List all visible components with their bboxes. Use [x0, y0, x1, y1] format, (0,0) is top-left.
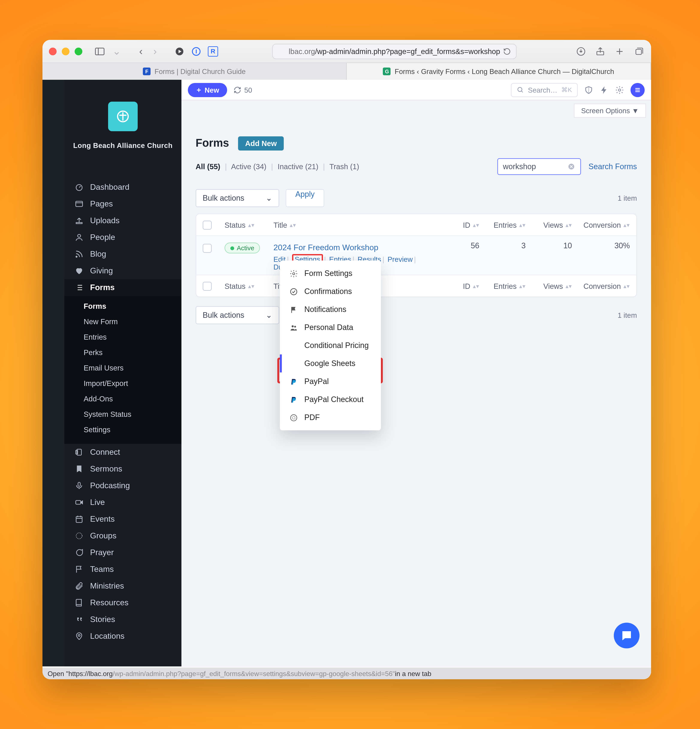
col-views[interactable]: Views▴▾	[532, 221, 578, 229]
sidebar-item-resources[interactable]: Resources	[64, 594, 182, 611]
sidebar-item-dashboard[interactable]: Dashboard	[64, 179, 182, 196]
action-preview[interactable]: Preview	[388, 256, 412, 263]
download-icon[interactable]	[575, 45, 587, 57]
back-button[interactable]: ‹	[135, 45, 147, 57]
browser-toolbar: ⌄ ‹ › R lbac.org/wp-admin/admin.php?page…	[42, 40, 651, 63]
tab-overview-icon[interactable]	[633, 45, 645, 57]
new-button[interactable]: New	[188, 83, 227, 97]
address-bar[interactable]: lbac.org/wp-admin/admin.php?page=gf_edit…	[272, 44, 517, 59]
sidebar-sub-forms[interactable]: Forms	[64, 298, 182, 314]
sidebar-item-stories[interactable]: Stories	[64, 611, 182, 628]
sidebar-item-connect[interactable]: Connect	[64, 444, 182, 460]
settings-menu-pdf[interactable]: PDF	[280, 408, 381, 427]
row-checkbox[interactable]	[203, 244, 212, 253]
col-id[interactable]: ID▴▾	[447, 282, 486, 290]
intercom-launcher[interactable]	[614, 623, 639, 648]
col-conversion[interactable]: Conversion▴▾	[578, 221, 636, 229]
close-icon[interactable]	[49, 47, 57, 55]
col-entries[interactable]: Entries▴▾	[486, 282, 532, 290]
browser-window: ⌄ ‹ › R lbac.org/wp-admin/admin.php?page…	[42, 40, 651, 679]
admin-search[interactable]: Search… ⌘K	[511, 83, 578, 97]
apply-button[interactable]: Apply	[286, 189, 324, 207]
forward-button[interactable]: ›	[149, 45, 161, 57]
col-conversion[interactable]: Conversion▴▾	[578, 282, 636, 290]
col-entries[interactable]: Entries▴▾	[486, 221, 532, 229]
settings-menu-notifications[interactable]: Notifications	[280, 301, 381, 318]
new-tab-icon[interactable]	[614, 45, 625, 57]
sidebar-toggle-icon[interactable]	[94, 45, 106, 57]
extension-r-icon[interactable]: R	[207, 45, 219, 57]
sync-indicator[interactable]: 50	[233, 86, 252, 94]
settings-menu-paypal-checkout[interactable]: PayPal Checkout	[280, 391, 381, 408]
clear-search-icon[interactable]	[567, 163, 575, 170]
sidebar-item-podcasting[interactable]: Podcasting	[64, 477, 182, 494]
sidebar-item-pages[interactable]: Pages	[64, 196, 182, 212]
filter-active[interactable]: Active (34)	[231, 163, 266, 170]
select-all-checkbox-footer[interactable]	[203, 282, 212, 290]
sidebar-sub-settings[interactable]: Settings	[64, 422, 182, 437]
sidebar-item-prayer[interactable]: Prayer	[64, 544, 182, 561]
sidebar-item-events[interactable]: Events	[64, 511, 182, 527]
sidebar-sub-import-export[interactable]: Import/Export	[64, 376, 182, 391]
sidebar-item-locations[interactable]: Locations	[64, 628, 182, 645]
sidebar-item-sermons[interactable]: Sermons	[64, 460, 182, 477]
church-logo[interactable]	[108, 102, 138, 131]
row-entries: 3	[486, 241, 532, 250]
tab-forms[interactable]: G Forms ‹ Gravity Forms ‹ Long Beach All…	[347, 63, 651, 80]
screen-options-toggle[interactable]: Screen Options ▼	[574, 103, 646, 118]
chevron-down-icon[interactable]: ⌄	[111, 45, 122, 57]
sidebar-sub-add-ons[interactable]: Add-Ons	[64, 391, 182, 407]
sidebar-sub-entries[interactable]: Entries	[64, 329, 182, 345]
col-id[interactable]: ID▴▾	[447, 221, 486, 229]
sidebar-item-blog[interactable]: Blog	[64, 246, 182, 263]
sidebar-sub-system-status[interactable]: System Status	[64, 407, 182, 422]
sidebar-sub-email-users[interactable]: Email Users	[64, 360, 182, 376]
settings-menu-google-sheets[interactable]: Google Sheets	[280, 354, 381, 372]
sidebar-item-teams[interactable]: Teams	[64, 561, 182, 578]
menu-button[interactable]	[630, 83, 645, 97]
form-search-input[interactable]: workshop	[497, 158, 581, 175]
play-circle-icon[interactable]	[174, 45, 185, 57]
sidebar-item-groups[interactable]: Groups	[64, 527, 182, 544]
tab-docs[interactable]: F Forms | Digital Church Guide	[42, 63, 347, 80]
sidebar-item-live[interactable]: Live	[64, 494, 182, 511]
bolt-icon[interactable]	[600, 85, 609, 94]
filter-inactive[interactable]: Inactive (21)	[278, 163, 318, 170]
col-status[interactable]: Status▴▾	[218, 221, 267, 229]
select-all-checkbox[interactable]	[203, 221, 212, 229]
sidebar-item-forms[interactable]: Forms	[64, 279, 182, 296]
form-title-link[interactable]: 2024 For Freedom Workshop	[273, 243, 378, 252]
settings-menu-paypal[interactable]: PayPal	[280, 372, 381, 391]
settings-menu-form-settings[interactable]: Form Settings	[280, 264, 381, 282]
bulk-actions-select-footer[interactable]: Bulk actions ⌄	[196, 306, 279, 324]
gauge-icon	[75, 183, 84, 192]
add-new-button[interactable]: Add New	[238, 137, 284, 151]
chat-icon	[75, 548, 84, 557]
bulk-actions-select[interactable]: Bulk actions ⌄	[196, 189, 279, 207]
gear-icon[interactable]	[615, 85, 624, 94]
filter-trash[interactable]: Trash (1)	[330, 163, 359, 170]
sidebar-item-ministries[interactable]: Ministries	[64, 578, 182, 594]
refresh-icon[interactable]	[503, 47, 511, 55]
minimize-icon[interactable]	[62, 47, 70, 55]
favicon-icon: F	[143, 68, 151, 75]
settings-menu-confirmations[interactable]: Confirmations	[280, 282, 381, 301]
maximize-icon[interactable]	[75, 47, 82, 55]
settings-menu-conditional-pricing[interactable]: Conditional Pricing	[280, 336, 381, 354]
col-status[interactable]: Status▴▾	[218, 282, 267, 290]
onepassword-icon[interactable]	[190, 45, 202, 57]
col-title[interactable]: Title▴▾	[267, 221, 447, 229]
sidebar-item-giving[interactable]: Giving	[64, 263, 182, 279]
sidebar-sub-new-form[interactable]: New Form	[64, 314, 182, 329]
col-views[interactable]: Views▴▾	[532, 282, 578, 290]
share-icon[interactable]	[594, 45, 606, 57]
settings-menu-personal-data[interactable]: Personal Data	[280, 318, 381, 336]
search-forms-button[interactable]: Search Forms	[588, 162, 637, 171]
svg-point-50	[292, 416, 295, 419]
filter-all[interactable]: All (55)	[196, 163, 220, 170]
sidebar-item-uploads[interactable]: Uploads	[64, 212, 182, 229]
sidebar-sub-perks[interactable]: Perks	[64, 345, 182, 360]
window-controls[interactable]	[49, 47, 82, 55]
sidebar-item-people[interactable]: People	[64, 229, 182, 246]
shield-icon[interactable]	[584, 85, 593, 94]
